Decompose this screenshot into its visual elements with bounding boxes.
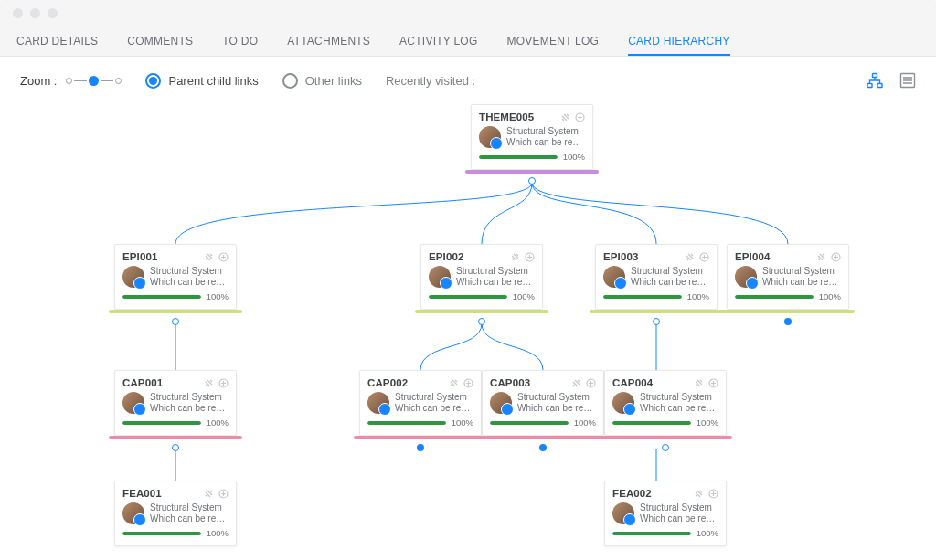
tab-activity-log[interactable]: ACTIVITY LOG	[399, 26, 477, 56]
tab-card-hierarchy[interactable]: CARD HIERARCHY	[628, 26, 729, 56]
connector-terminal[interactable]	[784, 318, 792, 325]
card-epi001[interactable]: EPI001 Structural SystemWhich can be re……	[114, 244, 237, 310]
card-fea001[interactable]: FEA001 Structural SystemWhich can be re……	[114, 481, 237, 546]
avatar	[735, 266, 757, 288]
add-icon[interactable]	[707, 377, 718, 388]
avatar	[122, 502, 144, 524]
tab-comments[interactable]: COMMENTS	[127, 26, 193, 56]
connector-port[interactable]	[662, 444, 669, 451]
titlebar	[0, 0, 936, 26]
add-icon[interactable]	[574, 111, 585, 122]
connector-port[interactable]	[528, 177, 536, 185]
zoom-slider-min-icon	[66, 78, 72, 84]
add-icon[interactable]	[585, 377, 596, 388]
progress-bar	[490, 421, 569, 425]
card-cap003[interactable]: CAP003 Structural SystemWhich can be re……	[482, 370, 604, 436]
progress-bar	[612, 532, 691, 535]
tab-card-details[interactable]: CARD DETAILS	[16, 26, 98, 56]
zoom-slider-thumb-icon[interactable]	[89, 76, 99, 86]
card-description: Structural SystemWhich can be re…	[150, 502, 225, 524]
connector-terminal[interactable]	[539, 444, 547, 451]
window-close-dot[interactable]	[13, 8, 23, 18]
add-icon[interactable]	[707, 488, 718, 499]
window-min-dot[interactable]	[30, 8, 40, 18]
progress-bar	[122, 295, 201, 299]
card-description: Structural SystemWhich can be re…	[395, 392, 470, 414]
zoom-slider[interactable]	[66, 76, 122, 86]
tab-movement-log[interactable]: MOVEMENT LOG	[506, 26, 599, 56]
window-max-dot[interactable]	[48, 8, 58, 18]
link-icon[interactable]	[203, 377, 214, 388]
connector-port[interactable]	[478, 318, 485, 325]
link-icon[interactable]	[684, 251, 695, 262]
card-id: EPI002	[429, 251, 463, 262]
card-epi002[interactable]: EPI002 Structural SystemWhich can be re……	[420, 244, 543, 310]
card-id: FEA001	[122, 488, 162, 499]
hierarchy-canvas[interactable]: THEME005 Structural SystemWhich can be r…	[0, 104, 936, 560]
radio-parent-child-links[interactable]: Parent child links	[145, 73, 258, 89]
radio-label: Parent child links	[168, 74, 258, 88]
accent-bar	[465, 170, 599, 174]
accent-bar	[415, 310, 548, 313]
link-icon[interactable]	[570, 377, 581, 388]
progress-bar	[429, 295, 507, 299]
card-theme005[interactable]: THEME005 Structural SystemWhich can be r…	[471, 104, 593, 170]
add-icon[interactable]	[698, 251, 709, 262]
tree-view-icon[interactable]	[867, 72, 883, 89]
card-description: Structural SystemWhich can be re…	[517, 392, 592, 414]
link-icon[interactable]	[448, 377, 459, 388]
card-description: Structural SystemWhich can be re…	[640, 502, 715, 524]
card-cap004[interactable]: CAP004 Structural SystemWhich can be re……	[604, 370, 727, 436]
add-icon[interactable]	[463, 377, 473, 388]
card-description: Structural SystemWhich can be re…	[150, 266, 225, 288]
accent-bar	[476, 436, 610, 439]
card-id: EPI001	[122, 251, 157, 262]
card-id: EPI003	[603, 251, 638, 262]
tab-attachments[interactable]: ATTACHMENTS	[287, 26, 370, 56]
link-icon[interactable]	[559, 111, 570, 122]
progress-value: 100%	[513, 291, 535, 301]
link-icon[interactable]	[693, 488, 704, 499]
add-icon[interactable]	[218, 251, 229, 262]
connector-port[interactable]	[172, 444, 179, 451]
progress-value: 100%	[452, 417, 473, 428]
card-description: Structural SystemWhich can be re…	[506, 126, 581, 148]
accent-bar	[590, 310, 723, 313]
progress-value: 100%	[574, 417, 596, 428]
avatar	[122, 392, 144, 414]
tab-to-do[interactable]: TO DO	[222, 26, 258, 56]
link-icon[interactable]	[203, 488, 214, 499]
add-icon[interactable]	[218, 488, 229, 499]
card-fea002[interactable]: FEA002 Structural SystemWhich can be re……	[604, 481, 727, 546]
connector-port[interactable]	[653, 318, 660, 325]
link-icon[interactable]	[693, 377, 704, 388]
list-view-icon[interactable]	[899, 72, 916, 89]
card-id: CAP001	[122, 377, 163, 388]
link-icon[interactable]	[203, 251, 214, 262]
card-description: Structural SystemWhich can be re…	[631, 266, 706, 288]
connector-terminal[interactable]	[417, 444, 424, 451]
progress-value: 100%	[697, 528, 718, 538]
card-cap001[interactable]: CAP001 Structural SystemWhich can be re……	[114, 370, 237, 436]
card-cap002[interactable]: CAP002 Structural SystemWhich can be re……	[359, 370, 482, 436]
link-icon[interactable]	[815, 251, 826, 262]
card-epi003[interactable]: EPI003 Structural SystemWhich can be re……	[595, 244, 718, 310]
svg-rect-2	[878, 84, 882, 88]
svg-rect-1	[867, 84, 872, 88]
card-description: Structural SystemWhich can be re…	[456, 266, 531, 288]
radio-other-links[interactable]: Other links	[282, 73, 362, 89]
tab-bar: CARD DETAILS COMMENTS TO DO ATTACHMENTS …	[0, 26, 936, 57]
add-icon[interactable]	[218, 377, 229, 388]
zoom-slider-line	[74, 80, 87, 81]
accent-bar	[354, 436, 487, 439]
app-window: CARD DETAILS COMMENTS TO DO ATTACHMENTS …	[0, 0, 936, 560]
card-id: CAP004	[612, 377, 653, 388]
add-icon[interactable]	[524, 251, 535, 262]
card-epi004[interactable]: EPI004 Structural SystemWhich can be re……	[727, 244, 849, 310]
accent-bar	[109, 310, 242, 313]
add-icon[interactable]	[830, 251, 841, 262]
connector-port[interactable]	[172, 318, 179, 325]
card-id: CAP002	[367, 377, 408, 388]
link-icon[interactable]	[509, 251, 520, 262]
card-id: FEA002	[612, 488, 652, 499]
